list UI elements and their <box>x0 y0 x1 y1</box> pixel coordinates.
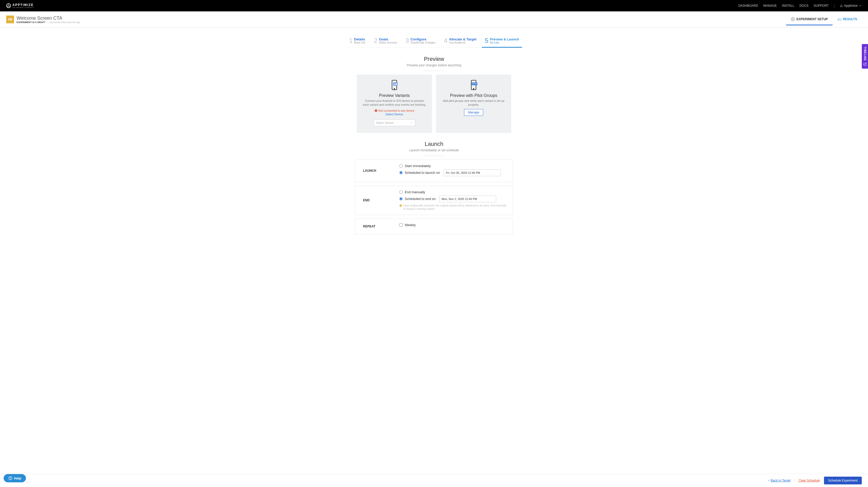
step-num: 5 <box>485 37 488 44</box>
select-variant-dropdown[interactable]: Select Variant <box>374 119 415 126</box>
bar-chart-icon <box>837 17 841 21</box>
preview-variants-title: Preview Variants <box>362 93 427 98</box>
step-num: 3 <box>405 37 409 44</box>
select-variant-label: Select Variant <box>376 121 394 124</box>
preview-variants-card: Preview Variants Connect your Android or… <box>357 74 432 133</box>
step-sub: Go Live <box>490 41 519 44</box>
svg-point-2 <box>394 88 395 89</box>
weekly-row[interactable]: Weekly <box>399 223 507 227</box>
steps: 1 DetailsBasic Info 2 GoalsDefine Succes… <box>346 35 522 48</box>
scheduled-launch-row[interactable]: Scheduled to launch on <box>399 170 507 176</box>
step-name: Goals <box>379 37 388 41</box>
step-goals[interactable]: 2 GoalsDefine Success <box>371 35 400 48</box>
brand-logo-icon <box>6 3 11 8</box>
experiment-status: EXPERIMENT IS A DRAFT <box>17 21 45 24</box>
start-immediately-row[interactable]: Start immediately <box>399 164 507 168</box>
nav-dashboard[interactable]: DASHBOARD <box>739 4 758 7</box>
warning-icon <box>399 204 402 207</box>
alert-icon <box>374 109 377 112</box>
brand-subtitle: AN AIRSHIP COMPANY <box>12 7 34 8</box>
step-preview-launch[interactable]: 5 Preview & LaunchGo Live <box>482 35 522 48</box>
step-allocate[interactable]: 4 Allocate & TargetYour Audience <box>441 35 479 48</box>
scheduled-launch-label: Scheduled to launch on <box>405 171 440 175</box>
svg-point-10 <box>473 88 474 89</box>
launch-subtitle: Launch immediately or set schedule <box>346 148 522 152</box>
step-name: Configure <box>410 37 426 41</box>
caret-down-icon <box>859 4 862 7</box>
scheduled-launch-radio[interactable] <box>399 171 403 174</box>
top-nav: APPTIMIZE AN AIRSHIP COMPANY DASHBOARD M… <box>0 0 868 11</box>
scheduled-end-radio[interactable] <box>399 197 403 201</box>
start-immediately-radio[interactable] <box>399 164 403 168</box>
manage-pilot-button[interactable]: Manage <box>464 109 483 116</box>
nav-links: DASHBOARD MANAGE INSTALL DOCS SUPPORT | … <box>739 4 862 8</box>
pilot-desc: Add pilot groups and verify each variant… <box>441 99 506 107</box>
step-sub: Basic Info <box>354 41 365 44</box>
brand[interactable]: APPTIMIZE AN AIRSHIP COMPANY <box>6 3 34 8</box>
experiment-info: AB Welcome Screen CTA EXPERIMENT IS A DR… <box>6 16 80 24</box>
preview-subtitle: Preview your changes before launching <box>346 63 522 67</box>
svg-rect-17 <box>401 206 401 206</box>
scheduled-end-label: Scheduled to end on <box>405 197 436 201</box>
nav-manage[interactable]: MANAGE <box>764 4 777 7</box>
weekly-label: Weekly <box>405 223 415 227</box>
history-icon <box>863 62 867 66</box>
nav-install[interactable]: INSTALL <box>782 4 795 7</box>
launch-label: LAUNCH <box>355 160 394 182</box>
end-manually-label: End manually <box>405 190 425 194</box>
preview-section: Preview Preview your changes before laun… <box>346 56 522 133</box>
end-panel: END End manually Scheduled to end on Upo… <box>355 186 513 215</box>
chevron-down-icon <box>410 121 413 124</box>
launch-date-input[interactable] <box>443 170 501 176</box>
device-pilot-icon <box>468 79 479 91</box>
end-date-input[interactable] <box>439 195 496 202</box>
pilot-title: Preview with Pilot Groups <box>441 93 506 98</box>
end-manually-row[interactable]: End manually <box>399 190 507 194</box>
svg-rect-8 <box>376 111 376 112</box>
tab-setup-label: EXPERIMENT SETUP <box>797 17 828 21</box>
launch-panel: LAUNCH Start immediately Scheduled to la… <box>355 159 513 182</box>
step-configure[interactable]: 3 ConfigureVisual/Code Changes <box>402 35 439 48</box>
weekly-checkbox[interactable] <box>399 223 403 227</box>
experiment-name: Welcome Screen CTA <box>17 16 80 21</box>
step-num: 2 <box>374 37 377 44</box>
step-sub: Define Success <box>379 41 397 44</box>
repeat-label: REPEAT <box>355 219 394 234</box>
step-name: Details <box>354 37 365 41</box>
divider <box>424 156 444 156</box>
timeline-tab[interactable]: TIMELINE <box>862 44 868 69</box>
brand-name: APPTIMIZE <box>12 3 34 6</box>
end-warning: Upon ending with schedule, the original … <box>399 204 507 211</box>
step-name: Preview & Launch <box>490 37 519 41</box>
svg-rect-3 <box>393 83 397 86</box>
step-name: Allocate & Target <box>449 37 476 41</box>
start-immediately-label: Start immediately <box>405 164 431 168</box>
select-device-link[interactable]: Select Device <box>362 113 427 116</box>
tab-results[interactable]: RESULTS <box>833 13 862 25</box>
svg-point-0 <box>793 19 794 20</box>
app-dropdown[interactable]: Apptimize <box>840 4 862 7</box>
nav-divider: | <box>834 4 835 8</box>
step-sub: Your Audience <box>449 41 476 44</box>
step-num: 1 <box>349 37 352 44</box>
ab-badge: AB <box>6 16 14 23</box>
app-dropdown-label: Apptimize <box>844 4 858 7</box>
sub-header: AB Welcome Screen CTA EXPERIMENT IS A DR… <box>0 11 868 28</box>
pilot-groups-card: Preview with Pilot Groups Add pilot grou… <box>436 74 511 133</box>
end-manually-radio[interactable] <box>399 190 403 194</box>
svg-rect-7 <box>376 110 376 111</box>
step-num: 4 <box>444 37 447 44</box>
gear-icon <box>791 17 795 21</box>
step-sub: Visual/Code Changes <box>410 41 436 44</box>
preview-variants-desc: Connect your Android or iOS device to pr… <box>362 99 427 107</box>
svg-rect-16 <box>401 205 401 206</box>
scheduled-end-row[interactable]: Scheduled to end on <box>399 195 507 202</box>
right-tabs: EXPERIMENT SETUP RESULTS <box>786 13 862 25</box>
nav-support[interactable]: SUPPORT <box>814 4 829 7</box>
timeline-label: TIMELINE <box>864 47 866 61</box>
nav-docs[interactable]: DOCS <box>799 4 808 7</box>
step-details[interactable]: 1 DetailsBasic Info <box>346 35 369 48</box>
repeat-panel: REPEAT Weekly <box>355 219 513 234</box>
tab-experiment-setup[interactable]: EXPERIMENT SETUP <box>786 13 833 25</box>
device-preview-icon <box>389 79 400 91</box>
